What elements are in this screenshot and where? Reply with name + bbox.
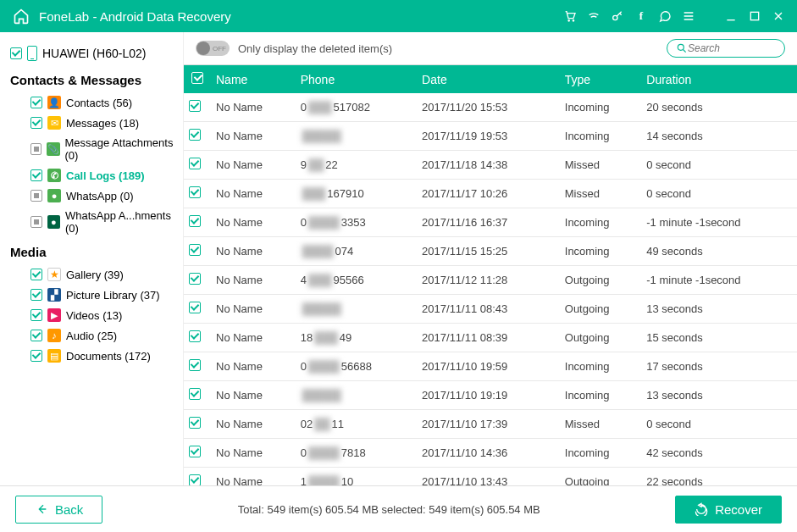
svg-point-2	[613, 15, 617, 19]
row-checkbox[interactable]	[189, 417, 201, 429]
header-date[interactable]: Date	[417, 65, 560, 93]
sidebar-item[interactable]: ●WhatsApp A...hments (0)	[30, 206, 183, 238]
row-checkbox[interactable]	[189, 244, 201, 256]
row-checkbox[interactable]	[189, 302, 201, 313]
recover-icon	[695, 502, 708, 516]
device-checkbox[interactable]	[10, 47, 22, 59]
row-checkbox[interactable]	[189, 100, 201, 112]
cell-duration: 0 second	[641, 410, 797, 439]
main-panel: OFF Only display the deleted item(s) Nam…	[183, 32, 797, 485]
item-checkbox[interactable]	[30, 143, 42, 155]
table-row[interactable]: No Name18███492017/11/11 08:39Outgoing15…	[184, 324, 797, 352]
deleted-only-toggle[interactable]: OFF	[196, 41, 230, 56]
table-row[interactable]: No Name0████33532017/11/16 16:37Incoming…	[184, 208, 797, 237]
cell-phone: █████	[296, 122, 417, 151]
sidebar-item[interactable]: ✆Call Logs (189)	[30, 165, 183, 186]
facebook-icon[interactable]: f	[634, 9, 648, 23]
search-box[interactable]	[667, 39, 785, 58]
table-row[interactable]: No Name1████102017/11/10 13:43Outgoing22…	[184, 468, 797, 486]
item-checkbox[interactable]	[30, 97, 42, 108]
menu-icon[interactable]	[682, 9, 695, 23]
app-title: FoneLab - Android Data Recovery	[39, 9, 563, 24]
table-row[interactable]: No Name0███5170822017/11/20 15:53Incomin…	[184, 93, 797, 122]
sidebar-item-label: WhatsApp (0)	[66, 190, 133, 202]
cell-type: Outgoing	[560, 468, 642, 486]
row-checkbox[interactable]	[189, 158, 201, 169]
table-row[interactable]: No Name█████2017/11/11 08:43Outgoing13 s…	[184, 295, 797, 324]
cell-duration: 49 seconds	[641, 237, 797, 266]
cell-date: 2017/11/19 19:53	[417, 122, 560, 151]
sidebar-item[interactable]: 👤Contacts (56)	[30, 92, 183, 113]
sidebar-item[interactable]: ♪Audio (25)	[30, 325, 183, 346]
table-row[interactable]: No Name02██112017/11/10 17:39Missed0 sec…	[184, 410, 797, 439]
sidebar-item[interactable]: 📎Message Attachments (0)	[30, 133, 183, 165]
item-checkbox[interactable]	[30, 289, 42, 301]
cell-phone: 0████56688	[296, 352, 417, 381]
table-row[interactable]: No Name0████78182017/11/10 14:36Incoming…	[184, 439, 797, 468]
header-phone[interactable]: Phone	[296, 65, 417, 93]
close-icon[interactable]	[772, 9, 785, 23]
item-checkbox[interactable]	[30, 330, 42, 341]
table-row[interactable]: No Name█████2017/11/19 19:53Incoming14 s…	[184, 122, 797, 151]
item-checkbox[interactable]	[30, 169, 42, 181]
table-row[interactable]: No Name4███955662017/11/12 11:28Outgoing…	[184, 266, 797, 295]
sidebar-item-label: Documents (172)	[66, 350, 151, 363]
item-checkbox[interactable]	[30, 190, 42, 202]
table-row[interactable]: No Name████0742017/11/15 15:25Incoming49…	[184, 237, 797, 266]
sidebar-item-label: Messages (18)	[66, 117, 139, 130]
back-button[interactable]: Back	[15, 496, 102, 524]
table-wrap[interactable]: Name Phone Date Type Duration No Name0██…	[184, 64, 797, 485]
table-row[interactable]: No Name9██222017/11/18 14:38Missed0 seco…	[184, 151, 797, 180]
message-icon[interactable]	[658, 9, 672, 23]
sidebar-item[interactable]: ●WhatsApp (0)	[30, 186, 183, 206]
sidebar-item-label: WhatsApp A...hments (0)	[65, 209, 183, 235]
row-checkbox[interactable]	[189, 330, 201, 342]
header-name[interactable]: Name	[211, 65, 296, 93]
row-checkbox[interactable]	[189, 129, 201, 141]
item-checkbox[interactable]	[30, 350, 42, 362]
category-icon: ♪	[47, 329, 61, 342]
row-checkbox[interactable]	[189, 359, 201, 371]
cell-date: 2017/11/10 14:36	[417, 439, 560, 468]
back-arrow-icon	[35, 502, 48, 516]
minimize-icon[interactable]	[724, 9, 738, 23]
row-checkbox[interactable]	[189, 388, 201, 400]
item-checkbox[interactable]	[30, 269, 42, 280]
sidebar-item[interactable]: ▞Picture Library (37)	[30, 285, 183, 305]
table-row[interactable]: No Name█████2017/11/10 19:19Incoming13 s…	[184, 381, 797, 410]
row-checkbox[interactable]	[189, 215, 201, 227]
cell-phone: ████074	[296, 237, 417, 266]
item-checkbox[interactable]	[30, 216, 42, 228]
row-checkbox[interactable]	[189, 273, 201, 285]
cell-duration: 22 seconds	[641, 468, 797, 486]
footer-stats: Total: 549 item(s) 605.54 MB selected: 5…	[102, 503, 675, 516]
sidebar-item[interactable]: ✉Messages (18)	[30, 113, 183, 133]
sidebar-item[interactable]: Gallery (39)	[30, 264, 183, 285]
table-row[interactable]: No Name0████566882017/11/10 19:59Incomin…	[184, 352, 797, 381]
cell-duration: 15 seconds	[641, 324, 797, 352]
wifi-icon[interactable]	[587, 9, 601, 23]
header-duration[interactable]: Duration	[641, 65, 797, 93]
row-checkbox[interactable]	[189, 446, 201, 457]
key-icon[interactable]	[611, 9, 624, 23]
cell-name: No Name	[211, 468, 296, 486]
cell-duration: 0 second	[641, 180, 797, 208]
item-checkbox[interactable]	[30, 309, 42, 321]
table-row[interactable]: No Name███1679102017/11/17 10:26Missed0 …	[184, 180, 797, 208]
device-row[interactable]: HUAWEI (H60-L02)	[10, 41, 183, 66]
maximize-icon[interactable]	[748, 9, 761, 23]
header-checkbox[interactable]	[184, 65, 211, 93]
recover-button[interactable]: Recover	[675, 496, 782, 524]
row-checkbox[interactable]	[189, 186, 201, 198]
cell-name: No Name	[211, 324, 296, 352]
header-type[interactable]: Type	[560, 65, 642, 93]
search-input[interactable]	[688, 42, 772, 54]
category-icon: ✆	[47, 169, 61, 182]
sidebar-item[interactable]: ▶Videos (13)	[30, 305, 183, 325]
sidebar-item[interactable]: ▤Documents (172)	[30, 346, 183, 366]
item-checkbox[interactable]	[30, 117, 42, 129]
row-checkbox[interactable]	[189, 474, 201, 485]
cart-icon[interactable]	[563, 9, 577, 23]
cell-date: 2017/11/12 11:28	[417, 266, 560, 295]
home-icon[interactable]	[12, 7, 30, 25]
